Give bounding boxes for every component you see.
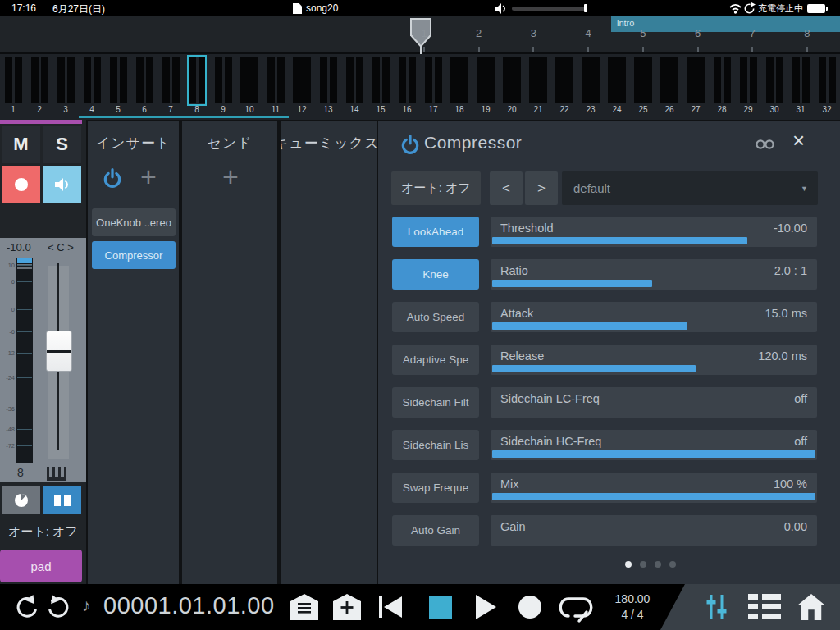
track-overview-cell[interactable]: 8 — [184, 54, 210, 120]
position-display[interactable]: 00001.01.01.00 — [103, 592, 275, 619]
param-slider-sidechain-lc-freq[interactable]: Sidechain LC-Freqoff — [491, 387, 817, 418]
ruler-tick — [642, 47, 644, 52]
skip-to-start-button[interactable] — [379, 596, 382, 618]
track-overview-cell[interactable]: 2 — [26, 54, 52, 120]
track-overview-cell[interactable]: 24 — [604, 54, 630, 120]
track-overview-cell[interactable]: 16 — [394, 54, 420, 120]
volume-slider[interactable] — [512, 7, 587, 11]
track-overview-strip[interactable]: 1234567891011121314151617181920212223242… — [0, 54, 840, 120]
insert-slot-compressor[interactable]: Compressor — [92, 241, 176, 269]
volume-slider-knob[interactable] — [584, 4, 587, 12]
page-dot[interactable] — [669, 561, 676, 568]
undo-button[interactable] — [11, 592, 39, 622]
track-overview-cell[interactable]: 31 — [788, 54, 814, 120]
play-button[interactable] — [476, 595, 496, 619]
track-overview-cell[interactable]: 18 — [446, 54, 472, 120]
track-overview-cell[interactable]: 1 — [0, 54, 26, 120]
param-slider-attack[interactable]: Attack15.0 ms — [491, 302, 817, 332]
toggle-knee[interactable]: Knee — [392, 259, 479, 290]
marker-list-button[interactable] — [289, 593, 320, 621]
preset-next-button[interactable]: > — [525, 171, 558, 205]
fader-handle[interactable] — [46, 331, 72, 372]
param-slider-threshold[interactable]: Threshold-10.00 — [491, 217, 817, 247]
param-value: -10.00 — [774, 221, 807, 235]
link-icon[interactable] — [755, 139, 776, 150]
toggle-sidechain-lis[interactable]: Sidechain Lis — [392, 430, 479, 460]
insert-slot-oneknob[interactable]: OneKnob ..ereo — [92, 208, 176, 236]
track-overview-cell[interactable]: 13 — [315, 54, 341, 120]
track-overview-cell[interactable]: 7 — [158, 54, 184, 120]
cycle-button[interactable] — [555, 591, 597, 623]
param-slider-ratio[interactable]: Ratio2.0 : 1 — [491, 259, 817, 290]
toggle-adaptive-spe[interactable]: Adaptive Spe — [392, 345, 479, 375]
track-overview-cell[interactable]: 6 — [131, 54, 158, 120]
track-overview-cell[interactable]: 19 — [472, 54, 499, 120]
track-overview-cell[interactable]: 9 — [210, 54, 236, 120]
page-dot[interactable] — [655, 561, 661, 568]
home-button[interactable] — [797, 594, 825, 620]
param-slider-sidechain-hc-freq[interactable]: Sidechain HC-Freqoff — [491, 430, 817, 460]
record-enable-button[interactable] — [2, 166, 40, 203]
track-overview-cell[interactable]: 30 — [761, 54, 788, 120]
pan-knob-mode-button[interactable] — [2, 486, 40, 514]
add-marker-button[interactable] — [331, 593, 363, 621]
track-overview-cell[interactable]: 4 — [79, 54, 105, 120]
plugin-automation-button[interactable]: オート: オフ — [391, 171, 481, 205]
param-label: Threshold — [500, 221, 553, 235]
track-overview-cell[interactable]: 27 — [682, 54, 709, 120]
meter-scale-label: 6 — [0, 278, 15, 285]
track-overview-cell[interactable]: 20 — [499, 54, 525, 120]
track-overview-cell[interactable]: 10 — [236, 54, 262, 120]
page-dot[interactable] — [640, 561, 646, 568]
pan-display[interactable] — [2, 206, 82, 237]
param-slider-mix[interactable]: Mix100 % — [491, 472, 817, 503]
preset-dropdown[interactable]: default ▼ — [562, 171, 818, 205]
track-overview-cell[interactable]: 32 — [814, 54, 840, 120]
monitor-button[interactable] — [43, 166, 81, 203]
toggle-auto-gain[interactable]: Auto Gain — [392, 515, 479, 546]
page-dot[interactable] — [625, 561, 632, 568]
add-insert-button[interactable]: + — [140, 164, 157, 189]
preset-prev-button[interactable]: < — [490, 171, 523, 205]
track-overview-cell[interactable]: 14 — [341, 54, 368, 120]
toggle-swap-freque[interactable]: Swap Freque — [392, 472, 479, 503]
channel-automation-label[interactable]: オート: オフ — [0, 515, 86, 548]
dual-pane-button[interactable] — [43, 486, 81, 514]
tempo-display[interactable]: 180.00 4 / 4 — [603, 591, 662, 623]
track-overview-cell[interactable]: 29 — [735, 54, 761, 120]
redo-button[interactable] — [46, 592, 74, 622]
toggle-auto-speed[interactable]: Auto Speed — [392, 302, 479, 332]
mute-button[interactable]: M — [2, 126, 40, 163]
track-overview-cell[interactable]: 3 — [52, 54, 79, 120]
track-overview-cell[interactable]: 12 — [289, 54, 315, 120]
param-slider-gain[interactable]: Gain0.00 — [491, 515, 817, 546]
add-send-button[interactable]: + — [222, 164, 239, 189]
track-overview-cell[interactable]: 5 — [105, 54, 131, 120]
pad-label: pad — [30, 559, 51, 573]
track-overview-cell[interactable]: 15 — [368, 54, 394, 120]
track-overview-cell[interactable]: 25 — [630, 54, 656, 120]
ruler-number: 7 — [743, 27, 761, 39]
power-icon[interactable] — [103, 168, 122, 189]
timeline-ruler[interactable]: intro 12345678 — [0, 16, 840, 54]
param-slider-release[interactable]: Release120.0 ms — [491, 345, 817, 375]
skip-to-start-icon[interactable] — [384, 596, 402, 618]
track-overview-cell[interactable]: 21 — [525, 54, 551, 120]
track-overview-cell[interactable]: 17 — [420, 54, 446, 120]
mixer-view-button[interactable] — [702, 592, 730, 622]
track-overview-cell[interactable]: 22 — [551, 54, 578, 120]
browser-view-button[interactable] — [748, 594, 781, 620]
record-button[interactable] — [518, 596, 541, 619]
pad-track-button[interactable]: pad — [0, 550, 82, 582]
solo-button[interactable]: S — [43, 126, 81, 163]
track-overview-cell[interactable]: 28 — [709, 54, 735, 120]
plugin-power-icon[interactable] — [400, 135, 420, 156]
track-overview-cell[interactable]: 23 — [578, 54, 604, 120]
track-overview-cell[interactable]: 11 — [262, 54, 289, 120]
track-overview-cell[interactable]: 26 — [656, 54, 682, 120]
toggle-sidechain-filt[interactable]: Sidechain Filt — [392, 387, 479, 418]
meter-scale-label: -6 — [0, 328, 15, 336]
stop-button[interactable] — [429, 596, 452, 619]
toggle-lookahead[interactable]: LookAhead — [392, 217, 479, 247]
close-icon[interactable]: × — [792, 128, 805, 153]
